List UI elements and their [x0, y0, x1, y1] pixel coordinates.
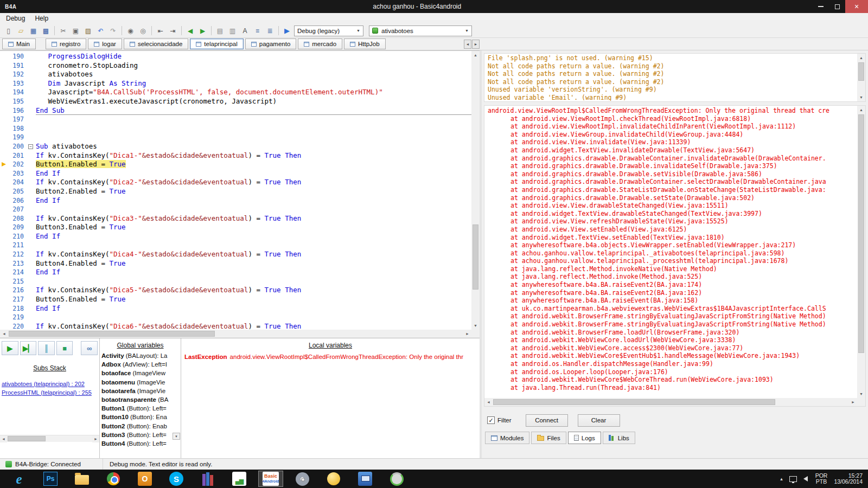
skype-icon[interactable]: S	[164, 471, 189, 487]
global-variable[interactable]: botaotransparente (BA	[101, 395, 181, 404]
code-line[interactable]: 194 Javascript="B4A.CallSub('ProcessHTML…	[0, 88, 471, 97]
subs-stack-entry[interactable]: ativabotoes (telaprincipal) : 202	[2, 380, 98, 388]
menu-help[interactable]: Help	[30, 14, 53, 23]
scroll-down-arrow[interactable]: ▼	[471, 322, 480, 330]
redo-button[interactable]: ↷	[107, 25, 119, 36]
editor-horizontal-scrollbar[interactable]: ◄ ►	[0, 330, 471, 338]
errors-horizontal-scrollbar[interactable]: ◄ ►	[484, 398, 857, 406]
winrar-icon[interactable]	[195, 471, 220, 487]
minimize-button[interactable]	[813, 0, 829, 13]
scrollbar-thumb[interactable]	[8, 436, 46, 441]
internet-explorer-icon[interactable]: e	[7, 471, 31, 487]
scroll-down-arrow[interactable]: ▼	[173, 433, 180, 440]
global-variable[interactable]: Button1 (Button): Left=	[101, 404, 181, 413]
logs-tab-libs[interactable]: Libs	[603, 432, 635, 444]
code-line[interactable]: 197	[0, 115, 471, 124]
scroll-right-arrow[interactable]: ►	[849, 398, 857, 406]
bridge-link-button[interactable]: ∞	[81, 341, 98, 355]
filter-checkbox[interactable]: ✓	[487, 416, 495, 424]
save-all-button[interactable]: ▩	[40, 25, 52, 36]
code-line[interactable]: 205Button2.Enabled = True	[0, 187, 471, 196]
outlook-icon[interactable]: O	[132, 471, 157, 487]
paste-button[interactable]: ▨	[82, 25, 94, 36]
undo-button[interactable]: ↶	[95, 25, 106, 36]
designer-button[interactable]: ▤	[214, 25, 226, 36]
new-file-button[interactable]: ▯	[3, 25, 14, 36]
sort-members-button[interactable]: A	[239, 25, 251, 36]
screenshot-button[interactable]: ▥	[227, 25, 238, 36]
open-file-button[interactable]: ▱	[15, 25, 27, 36]
tab-telaprincipal[interactable]: telaprincipal	[190, 38, 243, 49]
volume-tray-icon[interactable]	[803, 476, 808, 481]
global-variable[interactable]: Button2 (Button): Enab	[101, 422, 181, 431]
code-line[interactable]: 201If kv.ContainsKey("Dica1-"&estado&cid…	[0, 151, 471, 160]
file-explorer-icon[interactable]	[69, 471, 94, 487]
error-log[interactable]: android.view.ViewRootImpl$CalledFromWron…	[484, 105, 866, 407]
remote-app-icon[interactable]	[353, 471, 378, 487]
code-line[interactable]: 215	[0, 277, 471, 286]
stop-button[interactable]: ■	[56, 341, 73, 355]
code-line[interactable]: 202Button1.Enabled = True	[0, 160, 471, 169]
network-tray-icon[interactable]	[789, 476, 797, 482]
navigate-back-button[interactable]: ◀	[184, 25, 196, 36]
code-line[interactable]: 217Button5.Enabled = True	[0, 295, 471, 304]
basic4android-icon[interactable]: Basic4Android	[258, 471, 283, 487]
global-variable[interactable]: Button10 (Button): Ena	[101, 413, 181, 421]
scrollbar-thumb[interactable]	[9, 331, 215, 337]
global-variable[interactable]: Button3 (Button): Left=	[101, 431, 181, 439]
code-line[interactable]: 198	[0, 124, 471, 133]
tab-registro[interactable]: registro	[46, 38, 86, 49]
global-variable[interactable]: Activity (BALayout): La	[101, 351, 181, 360]
warnings-log[interactable]: File 'splash.png' is not used. (warning …	[484, 53, 866, 102]
connect-button[interactable]: Connect	[526, 414, 568, 427]
subs-stack-entry[interactable]: ProcessHTML (telaprincipal) : 255	[2, 388, 98, 397]
code-line[interactable]: 212If kv.ContainsKey("Dica4-"&estado&cid…	[0, 250, 471, 259]
logs-tab-modules[interactable]: Modules	[485, 432, 529, 444]
chrome-icon[interactable]	[101, 471, 126, 487]
code-line[interactable]: 204If kv.ContainsKey("Dica2-"&estado&cid…	[0, 178, 471, 187]
close-button[interactable]: ×	[845, 0, 868, 13]
hidden-icons-chevron[interactable]: ▴	[780, 476, 783, 481]
code-line[interactable]: 196End Sub	[0, 106, 471, 115]
code-line[interactable]: 209Button3.Enabled = True	[0, 223, 471, 232]
global-variable[interactable]: botaoface (ImageView	[101, 369, 181, 377]
tab-selecionacidade[interactable]: selecionacidade	[124, 38, 188, 49]
scroll-right-arrow[interactable]: ►	[92, 435, 99, 442]
clock[interactable]: 15:27 13/06/2014	[834, 473, 865, 485]
tab-scroll-right-button[interactable]: ►	[472, 40, 480, 49]
tab-mercado[interactable]: mercado	[298, 38, 342, 49]
list-modules-button[interactable]: ≣	[264, 25, 276, 36]
pause-button[interactable]: ║	[38, 341, 55, 355]
errors-vertical-scrollbar[interactable]: ▲ ▼	[857, 106, 865, 398]
scrollbar-thumb[interactable]	[858, 114, 864, 353]
tab-logar[interactable]: logar	[88, 38, 122, 49]
maximize-button[interactable]	[829, 0, 845, 13]
step-button[interactable]: ▶▏	[20, 341, 37, 355]
code-line[interactable]: 210End If	[0, 232, 471, 241]
tab-pagamento[interactable]: pagamento	[245, 38, 297, 49]
code-line[interactable]: 218End If	[0, 304, 471, 313]
menu-debug[interactable]: Debug	[1, 14, 30, 23]
indent-button[interactable]: ⇥	[167, 25, 178, 36]
debug-mode-select[interactable]: Debug (legacy) ▼	[294, 25, 363, 36]
outdent-button[interactable]: ⇤	[155, 25, 166, 36]
code-line[interactable]: 220If kv.ContainsKey("Dica6-"&estado&cid…	[0, 322, 471, 330]
code-line[interactable]: 214End If	[0, 268, 471, 277]
tab-scroll-left-button[interactable]: ◄	[464, 40, 471, 49]
resume-button[interactable]: ▶	[2, 341, 18, 355]
code-line[interactable]: 193 Dim Javascript As String	[0, 79, 471, 88]
code-editor[interactable]: 190 ProgressDialogHide191 cronometro.Sto…	[0, 50, 480, 338]
subs-stack-scrollbar[interactable]: ◄ ►	[0, 435, 99, 442]
chart-app-icon[interactable]: ▄▆	[227, 471, 252, 487]
photoshop-icon[interactable]: Ps	[38, 471, 63, 487]
code-line[interactable]: 208If kv.ContainsKey("Dica3-"&estado&cid…	[0, 214, 471, 223]
copy-button[interactable]: ▣	[70, 25, 81, 36]
run-icon[interactable]: ▶	[284, 27, 290, 35]
scroll-up-arrow[interactable]: ▲	[471, 51, 480, 59]
save-button[interactable]: ▦	[28, 25, 39, 36]
scroll-right-arrow[interactable]: ►	[463, 330, 471, 338]
scrollbar-thumb[interactable]	[473, 224, 478, 290]
find-button[interactable]: ◉	[125, 25, 136, 36]
tab-httpjob[interactable]: HttpJob	[344, 38, 386, 49]
list-members-button[interactable]: ≡	[252, 25, 263, 36]
